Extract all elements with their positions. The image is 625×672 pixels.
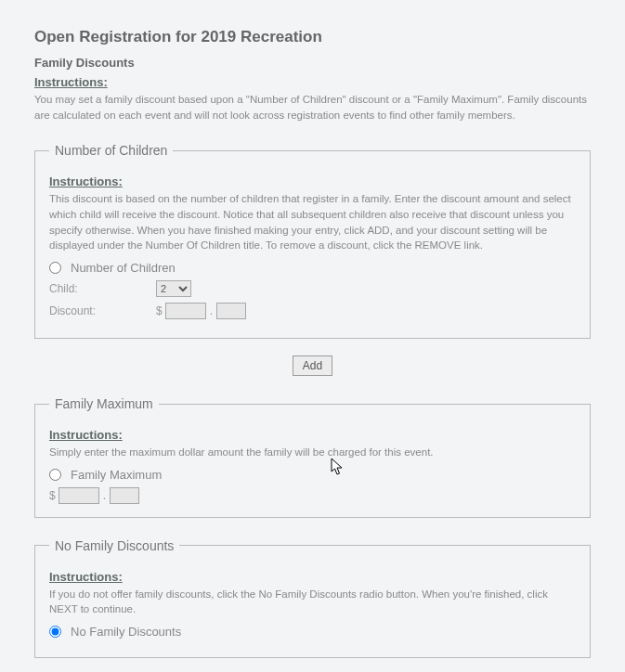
page-title: Open Registration for 2019 Recreation: [34, 28, 591, 46]
family-maximum-legend: Family Maximum: [49, 396, 159, 411]
number-of-children-fieldset: Number of Children Instructions: This di…: [34, 143, 591, 339]
noc-dollars-input[interactable]: [165, 303, 206, 319]
family-maximum-radio[interactable]: [49, 469, 61, 481]
no-family-discounts-radio[interactable]: [49, 626, 61, 638]
number-of-children-legend: Number of Children: [49, 143, 173, 158]
decimal-dot: .: [210, 304, 213, 317]
nfd-instructions-body: If you do not offer family discounts, cl…: [49, 587, 576, 617]
number-of-children-radio[interactable]: [49, 262, 61, 274]
family-maximum-fieldset: Family Maximum Instructions: Simply ente…: [34, 396, 591, 518]
child-select[interactable]: 2: [156, 280, 191, 297]
fm-instructions-body: Simply enter the maximum dollar amount t…: [49, 445, 576, 460]
add-button[interactable]: Add: [293, 355, 332, 376]
fm-dollars-input[interactable]: [59, 487, 99, 504]
noc-cents-input[interactable]: [216, 303, 246, 319]
fm-dollar-sign: $: [49, 489, 56, 502]
number-of-children-radio-label: Number of Children: [71, 261, 176, 275]
page-instructions-body: You may set a family discount based upon…: [34, 92, 591, 123]
discount-label: Discount:: [49, 304, 156, 317]
fm-cents-input[interactable]: [110, 487, 139, 504]
family-maximum-radio-label: Family Maximum: [71, 468, 162, 482]
fm-decimal-dot: .: [103, 489, 106, 502]
child-label: Child:: [49, 282, 156, 295]
no-family-discounts-fieldset: No Family Discounts Instructions: If you…: [34, 538, 591, 658]
dollar-sign: $: [156, 304, 163, 317]
page-subtitle: Family Discounts: [34, 56, 591, 70]
nfd-instructions-heading: Instructions:: [49, 570, 576, 584]
noc-instructions-body: This discount is based on the number of …: [49, 191, 576, 253]
no-family-discounts-legend: No Family Discounts: [49, 538, 179, 553]
fm-instructions-heading: Instructions:: [49, 428, 576, 442]
no-family-discounts-radio-label: No Family Discounts: [71, 625, 181, 639]
noc-instructions-heading: Instructions:: [49, 174, 576, 188]
page-instructions-heading: Instructions:: [34, 75, 591, 89]
